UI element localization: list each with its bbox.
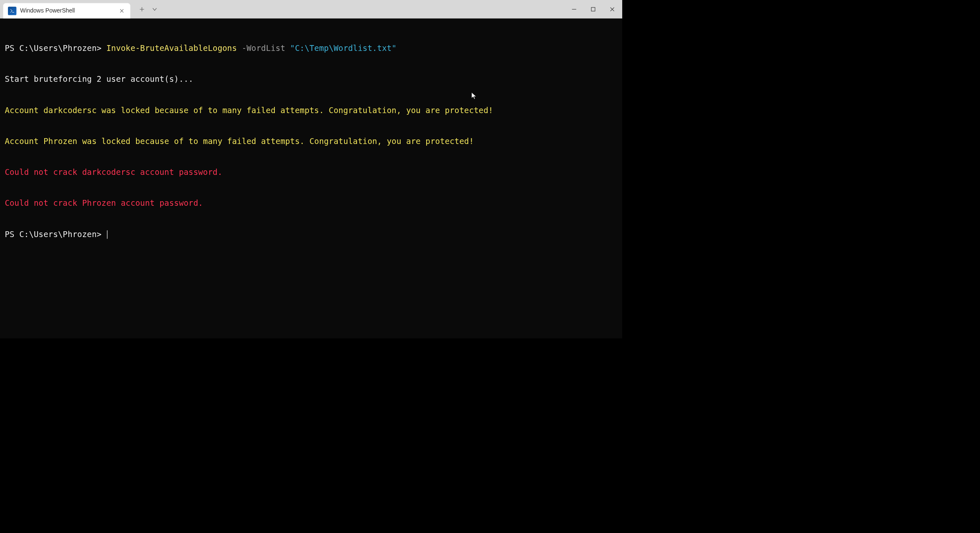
- tabs-area: Windows PowerShell: [0, 0, 161, 18]
- warning-line: Account darkcodersc was locked because o…: [5, 105, 617, 115]
- prompt-line: PS C:\Users\Phrozen>: [5, 229, 617, 240]
- output-line: Start bruteforcing 2 user account(s)...: [5, 74, 617, 84]
- tab-title: Windows PowerShell: [20, 7, 118, 14]
- prompt-text: PS C:\Users\Phrozen>: [5, 43, 106, 53]
- tab-dropdown-button[interactable]: [148, 3, 161, 15]
- warning-line: Account Phrozen was locked because of to…: [5, 136, 617, 147]
- param-text: -WordList: [242, 43, 290, 53]
- error-line: Could not crack darkcodersc account pass…: [5, 167, 617, 177]
- maximize-button[interactable]: [584, 1, 603, 17]
- tab-powershell[interactable]: Windows PowerShell: [3, 3, 131, 18]
- close-tab-button[interactable]: [118, 8, 125, 14]
- svg-rect-0: [591, 7, 595, 11]
- command-text: Invoke-BruteAvailableLogons: [106, 43, 242, 53]
- error-line: Could not crack Phrozen account password…: [5, 198, 617, 208]
- window-controls: [565, 0, 622, 18]
- string-text: "C:\Temp\Wordlist.txt": [290, 43, 397, 53]
- titlebar: Windows PowerShell: [0, 0, 622, 18]
- terminal-output[interactable]: PS C:\Users\Phrozen> Invoke-BruteAvailab…: [0, 18, 622, 338]
- new-tab-button[interactable]: [136, 3, 148, 15]
- powershell-icon: [8, 7, 16, 15]
- minimize-button[interactable]: [565, 1, 584, 17]
- text-cursor-icon: [107, 230, 107, 239]
- close-window-button[interactable]: [603, 1, 622, 17]
- tab-actions: [136, 0, 161, 18]
- mouse-cursor-icon: [471, 92, 477, 100]
- prompt-text: PS C:\Users\Phrozen>: [5, 230, 106, 239]
- command-line: PS C:\Users\Phrozen> Invoke-BruteAvailab…: [5, 43, 617, 53]
